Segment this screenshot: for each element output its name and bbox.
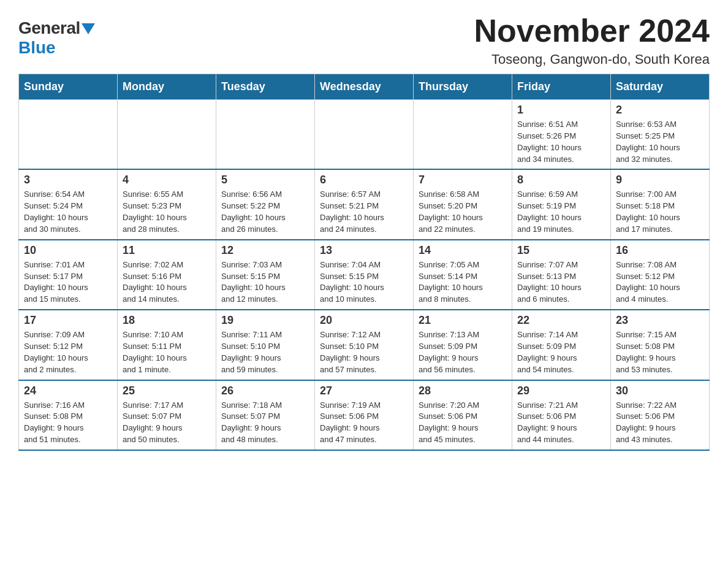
calendar-day-cell: 17Sunrise: 7:09 AM Sunset: 5:12 PM Dayli…	[19, 310, 118, 380]
title-section: November 2024 Toseong, Gangwon-do, South…	[474, 12, 710, 67]
weekday-header: Saturday	[611, 74, 710, 100]
calendar-week-row: 1Sunrise: 6:51 AM Sunset: 5:26 PM Daylig…	[19, 100, 710, 170]
calendar-day-cell: 24Sunrise: 7:16 AM Sunset: 5:08 PM Dayli…	[19, 380, 118, 450]
calendar-day-cell: 18Sunrise: 7:10 AM Sunset: 5:11 PM Dayli…	[118, 310, 216, 380]
day-number: 30	[616, 385, 704, 397]
day-number: 14	[419, 244, 507, 257]
day-info: Sunrise: 7:22 AM Sunset: 5:06 PM Dayligh…	[616, 400, 704, 446]
calendar-header: SundayMondayTuesdayWednesdayThursdayFrid…	[19, 74, 710, 100]
logo-general-text: General	[18, 18, 80, 38]
day-number: 15	[517, 244, 605, 257]
calendar-day-cell	[216, 100, 315, 170]
day-info: Sunrise: 7:21 AM Sunset: 5:06 PM Dayligh…	[517, 400, 605, 446]
day-info: Sunrise: 6:57 AM Sunset: 5:21 PM Dayligh…	[320, 189, 408, 235]
day-number: 7	[419, 174, 507, 186]
calendar-day-cell: 27Sunrise: 7:19 AM Sunset: 5:06 PM Dayli…	[315, 380, 414, 450]
calendar-day-cell: 12Sunrise: 7:03 AM Sunset: 5:15 PM Dayli…	[216, 240, 315, 310]
day-info: Sunrise: 7:18 AM Sunset: 5:07 PM Dayligh…	[221, 400, 309, 446]
calendar-table: SundayMondayTuesdayWednesdayThursdayFrid…	[18, 74, 710, 451]
calendar-day-cell: 6Sunrise: 6:57 AM Sunset: 5:21 PM Daylig…	[315, 169, 414, 239]
day-number: 24	[24, 385, 112, 397]
calendar-day-cell: 20Sunrise: 7:12 AM Sunset: 5:10 PM Dayli…	[315, 310, 414, 380]
calendar-day-cell: 23Sunrise: 7:15 AM Sunset: 5:08 PM Dayli…	[611, 310, 710, 380]
day-info: Sunrise: 6:54 AM Sunset: 5:24 PM Dayligh…	[24, 189, 112, 235]
calendar-day-cell: 22Sunrise: 7:14 AM Sunset: 5:09 PM Dayli…	[512, 310, 611, 380]
calendar-day-cell: 7Sunrise: 6:58 AM Sunset: 5:20 PM Daylig…	[414, 169, 512, 239]
day-number: 12	[221, 244, 309, 257]
calendar-day-cell: 30Sunrise: 7:22 AM Sunset: 5:06 PM Dayli…	[611, 380, 710, 450]
weekday-header: Friday	[512, 74, 611, 100]
day-number: 16	[616, 244, 704, 257]
day-info: Sunrise: 6:58 AM Sunset: 5:20 PM Dayligh…	[419, 189, 507, 235]
day-number: 8	[517, 174, 605, 186]
calendar-day-cell: 16Sunrise: 7:08 AM Sunset: 5:12 PM Dayli…	[611, 240, 710, 310]
calendar-day-cell: 26Sunrise: 7:18 AM Sunset: 5:07 PM Dayli…	[216, 380, 315, 450]
day-number: 27	[320, 385, 408, 397]
day-info: Sunrise: 7:19 AM Sunset: 5:06 PM Dayligh…	[320, 400, 408, 446]
day-number: 25	[123, 385, 211, 397]
day-info: Sunrise: 7:05 AM Sunset: 5:14 PM Dayligh…	[419, 259, 507, 305]
calendar-day-cell: 1Sunrise: 6:51 AM Sunset: 5:26 PM Daylig…	[512, 100, 611, 170]
day-info: Sunrise: 7:12 AM Sunset: 5:10 PM Dayligh…	[320, 329, 408, 375]
calendar-day-cell: 4Sunrise: 6:55 AM Sunset: 5:23 PM Daylig…	[118, 169, 216, 239]
calendar-day-cell: 29Sunrise: 7:21 AM Sunset: 5:06 PM Dayli…	[512, 380, 611, 450]
day-info: Sunrise: 7:14 AM Sunset: 5:09 PM Dayligh…	[517, 329, 605, 375]
day-number: 21	[419, 314, 507, 327]
day-info: Sunrise: 7:01 AM Sunset: 5:17 PM Dayligh…	[24, 259, 112, 305]
calendar-day-cell: 9Sunrise: 7:00 AM Sunset: 5:18 PM Daylig…	[611, 169, 710, 239]
day-number: 5	[221, 174, 309, 186]
day-number: 2	[616, 104, 704, 117]
calendar-day-cell: 8Sunrise: 6:59 AM Sunset: 5:19 PM Daylig…	[512, 169, 611, 239]
day-number: 11	[123, 244, 211, 257]
logo-triangle-icon	[82, 23, 95, 34]
weekday-header: Monday	[118, 74, 216, 100]
calendar-week-row: 3Sunrise: 6:54 AM Sunset: 5:24 PM Daylig…	[19, 169, 710, 239]
day-info: Sunrise: 7:09 AM Sunset: 5:12 PM Dayligh…	[24, 329, 112, 375]
day-info: Sunrise: 6:51 AM Sunset: 5:26 PM Dayligh…	[517, 119, 605, 165]
day-info: Sunrise: 6:53 AM Sunset: 5:25 PM Dayligh…	[616, 119, 704, 165]
calendar-day-cell	[118, 100, 216, 170]
day-number: 26	[221, 385, 309, 397]
calendar-day-cell: 11Sunrise: 7:02 AM Sunset: 5:16 PM Dayli…	[118, 240, 216, 310]
day-number: 20	[320, 314, 408, 327]
calendar-week-row: 10Sunrise: 7:01 AM Sunset: 5:17 PM Dayli…	[19, 240, 710, 310]
day-number: 18	[123, 314, 211, 327]
day-info: Sunrise: 7:03 AM Sunset: 5:15 PM Dayligh…	[221, 259, 309, 305]
day-info: Sunrise: 7:16 AM Sunset: 5:08 PM Dayligh…	[24, 400, 112, 446]
day-number: 6	[320, 174, 408, 186]
calendar-day-cell: 5Sunrise: 6:56 AM Sunset: 5:22 PM Daylig…	[216, 169, 315, 239]
day-number: 3	[24, 174, 112, 186]
day-info: Sunrise: 7:20 AM Sunset: 5:06 PM Dayligh…	[419, 400, 507, 446]
page-header: General Blue November 2024 Toseong, Gang…	[18, 12, 710, 67]
day-info: Sunrise: 6:55 AM Sunset: 5:23 PM Dayligh…	[123, 189, 211, 235]
day-info: Sunrise: 7:00 AM Sunset: 5:18 PM Dayligh…	[616, 189, 704, 235]
weekday-header: Tuesday	[216, 74, 315, 100]
weekday-header: Sunday	[19, 74, 118, 100]
calendar-day-cell	[414, 100, 512, 170]
svg-marker-0	[82, 23, 95, 34]
logo: General Blue	[18, 18, 95, 58]
day-info: Sunrise: 7:17 AM Sunset: 5:07 PM Dayligh…	[123, 400, 211, 446]
day-info: Sunrise: 7:02 AM Sunset: 5:16 PM Dayligh…	[123, 259, 211, 305]
day-number: 19	[221, 314, 309, 327]
day-number: 28	[419, 385, 507, 397]
day-number: 9	[616, 174, 704, 186]
day-number: 1	[517, 104, 605, 117]
day-info: Sunrise: 7:08 AM Sunset: 5:12 PM Dayligh…	[616, 259, 704, 305]
calendar-day-cell	[19, 100, 118, 170]
calendar-week-row: 17Sunrise: 7:09 AM Sunset: 5:12 PM Dayli…	[19, 310, 710, 380]
subtitle: Toseong, Gangwon-do, South Korea	[474, 52, 710, 67]
main-title: November 2024	[474, 12, 710, 49]
calendar-week-row: 24Sunrise: 7:16 AM Sunset: 5:08 PM Dayli…	[19, 380, 710, 450]
calendar-day-cell: 3Sunrise: 6:54 AM Sunset: 5:24 PM Daylig…	[19, 169, 118, 239]
day-number: 13	[320, 244, 408, 257]
day-number: 23	[616, 314, 704, 327]
calendar-day-cell: 21Sunrise: 7:13 AM Sunset: 5:09 PM Dayli…	[414, 310, 512, 380]
weekday-header: Wednesday	[315, 74, 414, 100]
calendar-day-cell: 28Sunrise: 7:20 AM Sunset: 5:06 PM Dayli…	[414, 380, 512, 450]
day-info: Sunrise: 7:04 AM Sunset: 5:15 PM Dayligh…	[320, 259, 408, 305]
calendar-day-cell: 10Sunrise: 7:01 AM Sunset: 5:17 PM Dayli…	[19, 240, 118, 310]
weekday-header: Thursday	[414, 74, 512, 100]
calendar-day-cell: 2Sunrise: 6:53 AM Sunset: 5:25 PM Daylig…	[611, 100, 710, 170]
day-number: 4	[123, 174, 211, 186]
